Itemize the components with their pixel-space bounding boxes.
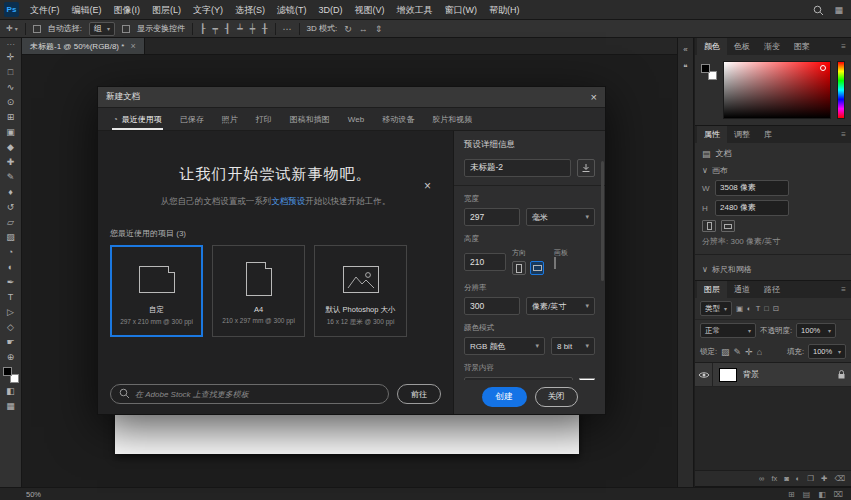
document-name-input[interactable]: [464, 159, 571, 177]
more-options-icon[interactable]: ⋯: [283, 24, 292, 34]
align-left-icon[interactable]: ┠: [200, 24, 205, 34]
foreground-color-swatch[interactable]: [701, 64, 710, 73]
filter-adjustment-layers-icon[interactable]: ◐: [747, 304, 752, 313]
color-picker-cursor[interactable]: [820, 65, 826, 71]
canvas-height-field[interactable]: 2480 像素: [715, 200, 789, 216]
panel-menu-icon[interactable]: ≡: [841, 42, 846, 51]
layer-thumbnail[interactable]: [719, 368, 737, 382]
eraser-tool-icon[interactable]: ▱: [2, 214, 20, 229]
brush-tool-icon[interactable]: ✎: [2, 169, 20, 184]
tab-color[interactable]: 颜色: [697, 38, 727, 55]
type-tool-icon[interactable]: T: [2, 289, 20, 304]
menu-3d[interactable]: 3D(D): [313, 0, 349, 20]
tab-web[interactable]: Web: [339, 108, 373, 130]
tab-patterns[interactable]: 图案: [787, 38, 817, 55]
foreground-background-swatches[interactable]: [3, 367, 19, 383]
tab-photo[interactable]: 照片: [213, 108, 247, 130]
delete-layer-icon[interactable]: ⌫: [834, 474, 845, 483]
auto-select-checkbox[interactable]: [33, 25, 41, 33]
menu-image[interactable]: 图像(I): [108, 0, 147, 20]
bit-depth-dropdown[interactable]: 8 bit: [551, 337, 595, 355]
3d-rotate-icon[interactable]: ↻: [344, 24, 352, 34]
shape-tool-icon[interactable]: ◇: [2, 319, 20, 334]
orientation-landscape-icon[interactable]: [721, 220, 735, 232]
panel-menu-icon[interactable]: ≡: [841, 130, 846, 139]
menu-window[interactable]: 窗口(W): [439, 0, 484, 20]
canvas-section-header[interactable]: ∨ 画布: [702, 165, 844, 176]
layer-filter-dropdown[interactable]: 类型: [700, 301, 732, 316]
3d-pan-icon[interactable]: ↔: [359, 24, 368, 34]
screen-mode-icon[interactable]: ▦: [2, 398, 20, 413]
lock-pixels-icon[interactable]: ✎: [734, 347, 742, 357]
distribute-vertical-icon[interactable]: ╂: [262, 24, 267, 34]
document-tab[interactable]: 未标题-1 @ 50%(RGB/8) * ×: [22, 38, 145, 54]
show-transform-checkbox[interactable]: [122, 25, 130, 33]
menu-filter[interactable]: 滤镜(T): [271, 0, 313, 20]
tab-gradients[interactable]: 渐变: [757, 38, 787, 55]
rulers-grid-section-header[interactable]: ∨ 标尺和网格: [702, 264, 844, 275]
quick-mask-icon[interactable]: ◧: [2, 383, 20, 398]
dodge-tool-icon[interactable]: ◐: [2, 259, 20, 274]
preset-card-custom[interactable]: 自定 297 x 210 mm @ 300 ppi: [110, 245, 203, 337]
gradient-tool-icon[interactable]: ▨: [2, 229, 20, 244]
3d-slide-icon[interactable]: ⇕: [375, 24, 383, 34]
create-button[interactable]: 创建: [482, 387, 527, 407]
tab-close-icon[interactable]: ×: [130, 41, 135, 51]
lock-transparency-icon[interactable]: ▨: [721, 347, 730, 357]
tab-saved[interactable]: 已保存: [171, 108, 213, 130]
close-view-icon[interactable]: ⌧: [834, 490, 843, 499]
layer-mask-icon[interactable]: ◙: [784, 474, 789, 483]
hue-slider[interactable]: [837, 61, 845, 119]
menu-select[interactable]: 选择(S): [229, 0, 271, 20]
tab-mobile[interactable]: 移动设备: [373, 108, 423, 130]
zoom-level[interactable]: 50%: [26, 490, 41, 499]
close-button[interactable]: 关闭: [535, 387, 578, 407]
tab-swatches[interactable]: 色板: [727, 38, 757, 55]
stock-search-input[interactable]: [110, 384, 389, 404]
align-bottom-icon[interactable]: ┷: [237, 24, 242, 34]
artboard-checkbox[interactable]: [554, 257, 556, 269]
document-page[interactable]: [115, 412, 579, 454]
dialog-close-icon[interactable]: ×: [591, 91, 597, 103]
dialog-title-bar[interactable]: 新建文档 ×: [98, 87, 605, 108]
workspace-icon[interactable]: ▦: [834, 5, 843, 15]
tab-adjustments[interactable]: 调整: [727, 126, 757, 143]
crop-tool-icon[interactable]: ⊞: [2, 109, 20, 124]
color-mode-dropdown[interactable]: RGB 颜色: [464, 337, 545, 355]
tab-libraries[interactable]: 库: [757, 126, 779, 143]
panel-icon[interactable]: ▤: [803, 490, 811, 499]
marquee-tool-icon[interactable]: □: [2, 64, 20, 79]
quick-selection-tool-icon[interactable]: ⊙: [2, 94, 20, 109]
details-scrollbar[interactable]: [601, 161, 604, 281]
path-selection-tool-icon[interactable]: ▷: [2, 304, 20, 319]
fill-dropdown[interactable]: 100%: [808, 344, 846, 359]
preset-card-a4[interactable]: A4 210 x 297 mm @ 300 ppi: [212, 245, 305, 337]
layer-effects-icon[interactable]: fx: [771, 474, 777, 483]
tab-channels[interactable]: 通道: [727, 281, 757, 298]
tab-print[interactable]: 打印: [247, 108, 281, 130]
opacity-dropdown[interactable]: 100%: [796, 323, 836, 338]
edit-toolbar-icon[interactable]: ⋯: [2, 39, 20, 49]
lock-position-icon[interactable]: ✛: [745, 347, 753, 357]
layer-group-icon[interactable]: ❐: [807, 474, 814, 483]
blur-tool-icon[interactable]: ◔: [2, 244, 20, 259]
filter-pixel-layers-icon[interactable]: ▣: [736, 304, 743, 313]
pen-tool-icon[interactable]: ✒: [2, 274, 20, 289]
history-brush-tool-icon[interactable]: ↺: [2, 199, 20, 214]
align-right-icon[interactable]: ┨: [225, 24, 230, 34]
lock-all-icon[interactable]: ⌂: [757, 347, 762, 357]
menu-type[interactable]: 文字(Y): [187, 0, 229, 20]
frame-tool-icon[interactable]: ▣: [2, 124, 20, 139]
foreground-color-swatch[interactable]: [3, 367, 12, 376]
auto-select-dropdown[interactable]: 组: [89, 22, 115, 36]
menu-file[interactable]: 文件(F): [24, 0, 66, 20]
tab-recent[interactable]: ◔ 最近使用项: [104, 108, 171, 130]
blend-mode-dropdown[interactable]: 正常: [700, 323, 756, 338]
go-button[interactable]: 前往: [397, 384, 441, 404]
menu-layer[interactable]: 图层(L): [146, 0, 187, 20]
mask-icon[interactable]: ◧: [818, 490, 826, 499]
adjustment-layer-icon[interactable]: ◐: [796, 474, 801, 483]
search-icon[interactable]: [813, 5, 824, 16]
align-center-icon[interactable]: ┯: [212, 24, 217, 34]
menu-view[interactable]: 视图(V): [349, 0, 391, 20]
